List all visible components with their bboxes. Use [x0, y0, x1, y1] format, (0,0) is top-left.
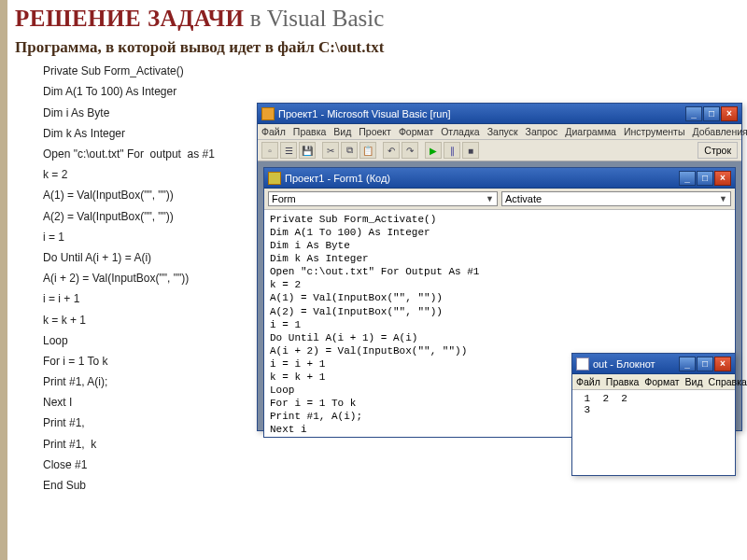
- toolbar-copy-icon[interactable]: ⧉: [341, 142, 358, 159]
- toolbar-cut-icon[interactable]: ✂: [322, 142, 339, 159]
- vb-app-icon: [261, 107, 275, 120]
- notepad-menu-item[interactable]: Файл: [576, 376, 600, 387]
- title-rest: в Visual Basic: [244, 6, 384, 31]
- chevron-down-icon: ▼: [719, 194, 727, 203]
- notepad-minimize-button[interactable]: _: [679, 357, 696, 371]
- ide-titlebar[interactable]: Проект1 - Microsoft Visual Basic [run] _…: [258, 104, 741, 124]
- code-line: End Sub: [43, 475, 740, 496]
- menu-item[interactable]: Добавления: [692, 126, 747, 137]
- notepad-menu-item[interactable]: Справка: [709, 376, 747, 387]
- toolbar-undo-icon[interactable]: ↶: [383, 142, 400, 159]
- toolbar-pause-icon[interactable]: ∥: [444, 142, 460, 159]
- slide-left-accent: [0, 0, 7, 560]
- menu-item[interactable]: Отладка: [441, 126, 480, 137]
- notepad-titlebar[interactable]: out - Блокнот _ □ ×: [572, 354, 735, 374]
- toolbar-stop-icon[interactable]: ■: [462, 142, 479, 159]
- notepad-maximize-button[interactable]: □: [697, 357, 713, 371]
- minimize-button[interactable]: _: [685, 106, 702, 121]
- slide-subtitle: Программа, в которой вывод идет в файл C…: [15, 37, 740, 57]
- notepad-content[interactable]: 1 2 2 3: [572, 390, 735, 474]
- menu-item[interactable]: Правка: [293, 126, 326, 137]
- procedure-dropdown-value: Activate: [505, 193, 542, 204]
- menu-item[interactable]: Диаграмма: [565, 126, 616, 137]
- notepad-menubar: ФайлПравкаФорматВидСправка: [572, 374, 735, 390]
- menu-item[interactable]: Вид: [333, 126, 351, 137]
- close-button[interactable]: ×: [721, 106, 738, 121]
- codewin-titlebar[interactable]: Проект1 - Form1 (Код) _ □ ×: [264, 168, 735, 189]
- code-line: Private Sub Form_Activate(): [43, 61, 740, 81]
- maximize-button[interactable]: □: [703, 106, 720, 121]
- notepad-menu-item[interactable]: Правка: [606, 376, 639, 387]
- toolbar-run-icon[interactable]: ▶: [425, 142, 442, 159]
- notepad-icon: [576, 357, 589, 371]
- menu-item[interactable]: Инструменты: [624, 126, 684, 137]
- notepad-close-button[interactable]: ×: [714, 357, 731, 371]
- ide-menubar: ФайлПравкаВидПроектФорматОтладкаЗапускЗа…: [258, 124, 741, 140]
- codewin-close-button[interactable]: ×: [714, 171, 731, 186]
- menu-item[interactable]: Проект: [359, 126, 391, 137]
- toolbar-open-icon[interactable]: ☰: [280, 142, 297, 159]
- codewin-maximize-button[interactable]: □: [697, 171, 713, 186]
- toolbar-paste-icon[interactable]: 📋: [359, 142, 376, 159]
- menu-item[interactable]: Формат: [399, 126, 433, 137]
- toolbar-save-icon[interactable]: 💾: [299, 142, 316, 159]
- slide-title: РЕШЕНИЕ ЗАДАЧИ в Visual Basic: [15, 6, 740, 32]
- notepad-window: out - Блокнот _ □ × ФайлПравкаФорматВидС…: [571, 353, 736, 476]
- menu-item[interactable]: Запуск: [487, 126, 518, 137]
- object-dropdown[interactable]: Form ▼: [268, 191, 498, 206]
- code-line: Dim A(1 To 100) As Integer: [43, 81, 740, 102]
- menu-item[interactable]: Файл: [261, 126, 286, 137]
- toolbar-new-icon[interactable]: ▫: [261, 142, 278, 159]
- notepad-menu-item[interactable]: Формат: [644, 376, 679, 387]
- ide-title: Проект1 - Microsoft Visual Basic [run]: [278, 108, 685, 119]
- toolbar-redo-icon[interactable]: ↷: [402, 142, 418, 159]
- toolbar-status: Строк: [698, 142, 738, 159]
- menu-item[interactable]: Запрос: [526, 126, 558, 137]
- ide-toolbar: ▫ ☰ 💾 ✂ ⧉ 📋 ↶ ↷ ▶ ∥ ■ Строк: [258, 140, 741, 161]
- object-dropdown-value: Form: [272, 193, 296, 204]
- procedure-dropdown[interactable]: Activate ▼: [501, 191, 731, 206]
- notepad-menu-item[interactable]: Вид: [685, 376, 703, 387]
- codewin-icon: [268, 172, 281, 185]
- codewin-title: Проект1 - Form1 (Код): [285, 173, 679, 184]
- codewin-minimize-button[interactable]: _: [679, 171, 696, 186]
- title-red: РЕШЕНИЕ ЗАДАЧИ: [15, 6, 244, 31]
- chevron-down-icon: ▼: [486, 194, 494, 203]
- notepad-title: out - Блокнот: [593, 358, 679, 370]
